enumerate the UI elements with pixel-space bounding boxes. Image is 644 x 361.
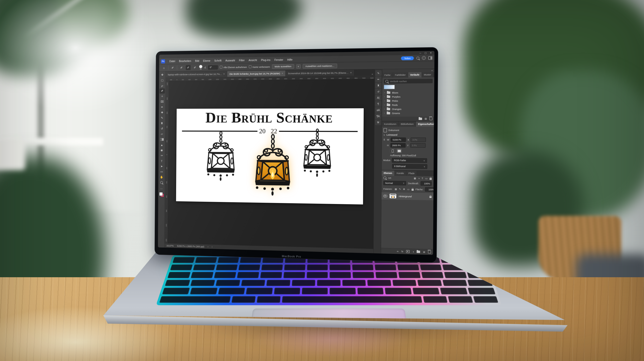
- layer-row-background[interactable]: Hintergrund: [381, 192, 433, 200]
- key[interactable]: [241, 280, 265, 286]
- layer-visibility-eye-icon[interactable]: [383, 194, 387, 197]
- height-field[interactable]: 2600 Px: [390, 143, 405, 148]
- pen-tool[interactable]: ✑: [159, 153, 165, 158]
- key[interactable]: [191, 272, 214, 278]
- menu-plugins[interactable]: Plug-ins: [259, 58, 272, 62]
- marquee-tool[interactable]: ▢: [159, 78, 165, 83]
- key[interactable]: [261, 264, 283, 270]
- menu-ebene[interactable]: Ebene: [201, 59, 212, 62]
- tab-close-icon[interactable]: ✕: [223, 73, 225, 75]
- color-mode-select[interactable]: RGB-Farbe ∨: [392, 158, 427, 163]
- magnifier-icon[interactable]: [160, 181, 163, 184]
- icon[interactable]: ✥: [403, 188, 405, 190]
- icon[interactable]: aA: [377, 109, 380, 111]
- paragraph-panel[interactable]: ¶: [375, 101, 381, 107]
- gradient-group-oranges[interactable]: ›Oranges: [384, 107, 432, 111]
- icon[interactable]: ✒: [161, 106, 163, 109]
- key[interactable]: [375, 264, 396, 270]
- select-subject-dropdown[interactable]: ∨: [296, 64, 301, 68]
- icon[interactable]: ✎: [399, 188, 401, 190]
- keyboard[interactable]: [156, 255, 502, 305]
- foreground-color-chip[interactable]: [159, 192, 163, 196]
- tab-close-icon[interactable]: ✕: [281, 72, 283, 74]
- pasteboard[interactable]: Die Brühl Schänke 20 22: [168, 79, 374, 249]
- gradient-group-reds[interactable]: ›Reds: [384, 103, 432, 107]
- key[interactable]: [237, 272, 259, 278]
- section-chevron-icon[interactable]: ∨: [383, 134, 385, 136]
- key[interactable]: [440, 288, 467, 294]
- eraser-tool[interactable]: ▱: [159, 132, 165, 137]
- key[interactable]: [165, 280, 190, 286]
- key[interactable]: [302, 288, 328, 294]
- dodge-tool[interactable]: ◉: [159, 148, 165, 153]
- icon[interactable]: ✥: [161, 73, 164, 76]
- select-subject-button[interactable]: Motiv auswählen: [272, 64, 294, 69]
- layer-filter-type[interactable]: Art: [388, 177, 391, 179]
- icon[interactable]: ¶: [378, 102, 379, 105]
- share-button[interactable]: Teilen: [401, 56, 414, 60]
- tab-farbe[interactable]: Farbe: [382, 72, 393, 78]
- menu-filter[interactable]: Filter: [237, 59, 247, 62]
- blur-tool[interactable]: ▲: [159, 142, 165, 148]
- brushes-panel[interactable]: ✎: [375, 70, 382, 76]
- sample-all-layers-checkbox[interactable]: Alle Ebenen aufnehmen: [220, 65, 247, 69]
- icon[interactable]: ⊞: [425, 117, 427, 120]
- key[interactable]: [266, 280, 290, 286]
- lock-icon[interactable]: [430, 178, 432, 180]
- menu-ansicht[interactable]: Ansicht: [247, 59, 259, 62]
- icon[interactable]: ↺: [377, 90, 380, 93]
- gradient-search-input[interactable]: Verläufe suchen: [384, 79, 433, 84]
- layer-thumbnail[interactable]: [389, 193, 396, 199]
- key[interactable]: [342, 280, 366, 286]
- icon[interactable]: ⌗: [162, 95, 163, 98]
- move-tool[interactable]: ✥: [159, 72, 165, 77]
- refine-edge-checkbox[interactable]: Kante verbessern: [249, 65, 270, 68]
- healing-brush-tool[interactable]: ✚: [159, 110, 165, 115]
- icon[interactable]: ◑: [418, 177, 420, 179]
- icon[interactable]: ⚒: [377, 121, 379, 124]
- blend-mode-select[interactable]: Normal∨: [383, 181, 406, 185]
- zoom-level[interactable]: 16,67%: [167, 244, 174, 247]
- status-prev-icon[interactable]: ‹: [212, 246, 213, 248]
- key[interactable]: [240, 257, 261, 263]
- icon[interactable]: ✎: [377, 72, 380, 74]
- key[interactable]: [292, 280, 315, 286]
- menu-bild[interactable]: Bild: [193, 59, 201, 62]
- icon[interactable]: ✑: [161, 154, 163, 157]
- tool-preset-icon[interactable]: ✐: [170, 65, 175, 70]
- orientation-portrait-button[interactable]: [390, 149, 395, 153]
- key[interactable]: [397, 264, 419, 270]
- extra-tools-panel[interactable]: ⚒: [375, 119, 381, 125]
- icon[interactable]: ▭: [407, 188, 409, 190]
- key[interactable]: [282, 296, 422, 303]
- icon[interactable]: ▱: [161, 133, 163, 136]
- brush-tool[interactable]: ✎: [159, 115, 165, 121]
- icon[interactable]: ✎: [161, 116, 163, 119]
- document-tab-2[interactable]: Die Brühl Schänke_bunt.jpg bei 16,7% (RG…: [227, 70, 286, 77]
- character-panel[interactable]: A|: [375, 95, 381, 101]
- document-tab-1[interactable]: laptop-with-rainbow-colored-screen-it.jp…: [166, 71, 227, 77]
- link-dimensions-icon[interactable]: ∞: [383, 139, 386, 141]
- home-icon[interactable]: ⌂: [162, 65, 166, 70]
- icon[interactable]: ✚: [161, 111, 163, 114]
- lock-icon[interactable]: [412, 189, 414, 190]
- icon[interactable]: ✐: [161, 89, 163, 93]
- brush-settings-panel[interactable]: ✏: [375, 76, 382, 82]
- icon[interactable]: ♜: [377, 84, 379, 87]
- key[interactable]: [274, 288, 300, 294]
- key[interactable]: [442, 264, 465, 270]
- gradient-group-pinks[interactable]: ›Pinks: [384, 99, 432, 103]
- trash-icon[interactable]: [428, 251, 431, 254]
- path-select-tool[interactable]: ➤: [159, 164, 165, 169]
- icon[interactable]: ♜: [161, 122, 163, 125]
- tab-verläufe[interactable]: Verläufe: [408, 72, 422, 77]
- width-field[interactable]: 5159 Px: [391, 137, 406, 142]
- more-tools[interactable]: …: [159, 185, 164, 191]
- icon[interactable]: ▦: [395, 188, 397, 190]
- artboard[interactable]: Die Brühl Schänke 20 22: [176, 108, 364, 205]
- status-next-icon[interactable]: ›: [208, 246, 208, 248]
- key[interactable]: [353, 272, 374, 278]
- key[interactable]: [307, 264, 328, 270]
- hand-tool[interactable]: ✋: [159, 175, 164, 180]
- key[interactable]: [246, 288, 273, 294]
